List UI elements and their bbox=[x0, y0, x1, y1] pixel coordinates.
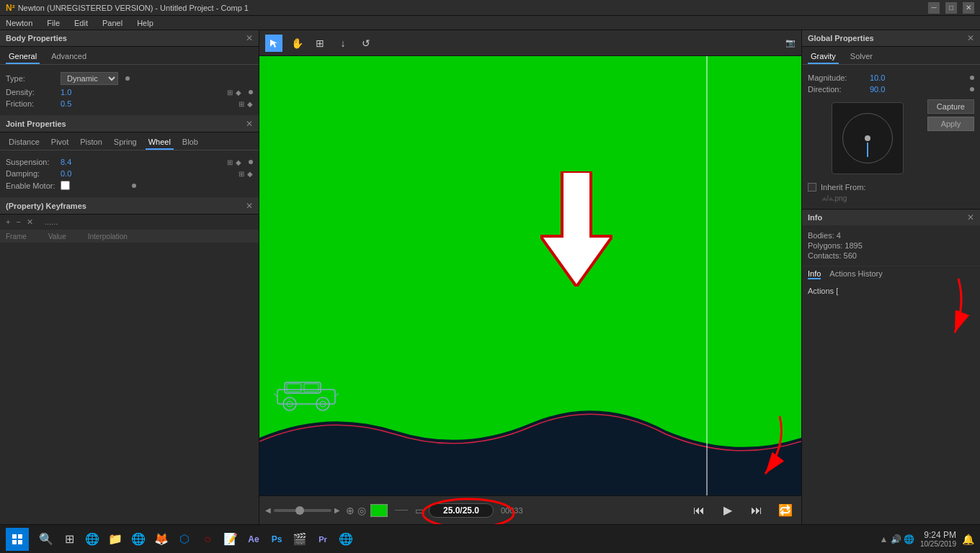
zoom-in-icon[interactable]: ▶ bbox=[334, 506, 340, 514]
tab-blob[interactable]: Blob bbox=[179, 135, 201, 150]
dial-arrow bbox=[867, 143, 868, 157]
close-button[interactable]: ✕ bbox=[963, 2, 974, 14]
color-swatch[interactable] bbox=[370, 504, 388, 517]
menu-help[interactable]: Help bbox=[134, 17, 156, 29]
body-properties-close[interactable]: ✕ bbox=[246, 33, 253, 43]
motor-dot[interactable] bbox=[132, 184, 136, 188]
taskbar-ie[interactable]: 🌐 bbox=[128, 529, 148, 549]
menu-newton[interactable]: Newton bbox=[3, 17, 35, 29]
damping-icon[interactable]: ⊞ bbox=[239, 170, 244, 178]
tab-solver[interactable]: Solver bbox=[847, 50, 876, 64]
viewport[interactable] bbox=[259, 56, 801, 495]
menu-file[interactable]: File bbox=[44, 17, 63, 29]
tab-general[interactable]: General bbox=[6, 50, 40, 64]
zoom-thumb bbox=[295, 506, 304, 515]
time-display[interactable]: 25.0/25.0 bbox=[429, 503, 494, 518]
zoom-out-icon[interactable]: ◀ bbox=[265, 506, 271, 514]
taskbar-edge2[interactable]: ⬡ bbox=[174, 529, 195, 549]
friction-link-icon[interactable]: ⊞ bbox=[239, 100, 244, 108]
rect-icon[interactable]: ▭ bbox=[415, 505, 424, 516]
kf-remove-btn[interactable]: − bbox=[16, 217, 20, 227]
tab-piston[interactable]: Piston bbox=[77, 135, 105, 150]
suspension-icon[interactable]: ⊞ bbox=[227, 158, 233, 166]
grid-tool[interactable]: ⊞ bbox=[311, 35, 329, 52]
maximize-button[interactable]: □ bbox=[945, 2, 957, 14]
inherit-checkbox[interactable] bbox=[808, 183, 816, 192]
damping-dot-icon[interactable]: ◆ bbox=[247, 170, 253, 178]
info-tab-info[interactable]: Info bbox=[808, 269, 821, 279]
svg-rect-3 bbox=[304, 384, 318, 392]
menu-edit[interactable]: Edit bbox=[71, 17, 91, 29]
taskbar-opera[interactable]: ○ bbox=[197, 529, 218, 549]
enable-motor-row: Enable Motor: bbox=[6, 181, 253, 190]
start-button[interactable] bbox=[6, 528, 29, 551]
taskbar-edge[interactable]: 🌐 bbox=[82, 529, 102, 549]
taskbar-folder[interactable]: 📁 bbox=[105, 529, 125, 549]
direction-dot[interactable] bbox=[970, 87, 974, 91]
move-down-tool[interactable]: ↓ bbox=[334, 35, 352, 52]
taskbar-search[interactable]: 🔍 bbox=[36, 529, 56, 549]
kf-add-btn[interactable]: + bbox=[6, 217, 10, 227]
info-tab-actions[interactable]: Actions History bbox=[829, 269, 882, 279]
tab-pivot[interactable]: Pivot bbox=[48, 135, 71, 150]
frame-advance-btn[interactable]: ⏭ bbox=[747, 500, 767, 521]
select-tool[interactable] bbox=[265, 35, 282, 52]
rewind-btn[interactable]: ⏮ bbox=[689, 500, 709, 521]
type-keyframe-dot[interactable] bbox=[125, 76, 130, 81]
capture-button[interactable]: Capture bbox=[927, 99, 974, 114]
polygons-count: Polygons: 1895 bbox=[808, 241, 974, 250]
notification-icon[interactable]: 🔔 bbox=[962, 534, 974, 545]
direction-value[interactable]: 90.0 bbox=[870, 85, 885, 94]
tab-advanced[interactable]: Advanced bbox=[48, 50, 89, 64]
global-properties-content: Magnitude: 10.0 Direction: 90.0 Captu bbox=[802, 65, 980, 209]
rotate-tool[interactable]: ↺ bbox=[357, 35, 375, 52]
minimize-button[interactable]: ─ bbox=[928, 2, 940, 14]
kf-col-interp: Interpolation bbox=[88, 233, 128, 240]
taskbar-ps[interactable]: Ps bbox=[267, 529, 287, 549]
tab-spring[interactable]: Spring bbox=[111, 135, 140, 150]
tab-wheel[interactable]: Wheel bbox=[146, 135, 174, 150]
friction-value[interactable]: 0.5 bbox=[61, 99, 71, 108]
kf-clear-btn[interactable]: ✕ bbox=[27, 217, 33, 227]
camera-icon[interactable]: 📷 bbox=[785, 38, 796, 48]
body-properties-tabs: General Advanced bbox=[0, 47, 259, 65]
type-select[interactable]: Dynamic Static bbox=[61, 72, 118, 85]
taskbar-task-view[interactable]: ⊞ bbox=[59, 529, 79, 549]
play-btn[interactable]: ▶ bbox=[718, 500, 738, 521]
friction-reset-icon[interactable]: ◆ bbox=[247, 100, 253, 108]
keyframes-close[interactable]: ✕ bbox=[246, 201, 253, 211]
zoom-fit2-icon[interactable]: ◎ bbox=[357, 505, 366, 516]
taskbar-mg[interactable]: 🎬 bbox=[290, 529, 310, 549]
info-close[interactable]: ✕ bbox=[967, 212, 974, 222]
suspension-dot-icon[interactable]: ◆ bbox=[236, 158, 241, 166]
damping-value[interactable]: 0.0 bbox=[61, 169, 71, 178]
enable-motor-checkbox[interactable] bbox=[61, 181, 70, 190]
taskbar-ae[interactable]: Ae bbox=[244, 529, 264, 549]
apply-button[interactable]: Apply bbox=[927, 117, 974, 131]
hand-tool[interactable]: ✋ bbox=[288, 35, 306, 52]
magnitude-value[interactable]: 10.0 bbox=[870, 73, 885, 82]
joint-properties-close[interactable]: ✕ bbox=[246, 119, 253, 129]
tab-distance[interactable]: Distance bbox=[6, 135, 43, 150]
loop-btn[interactable]: 🔁 bbox=[775, 500, 796, 521]
tab-gravity[interactable]: Gravity bbox=[808, 50, 839, 64]
global-properties-close[interactable]: ✕ bbox=[967, 33, 974, 43]
zoom-controls: ◀ ▶ ⊕ ◎ bbox=[265, 505, 366, 516]
menu-bar: Newton File Edit Panel Help bbox=[0, 16, 980, 30]
density-value[interactable]: 1.0 bbox=[61, 88, 71, 96]
zoom-track[interactable] bbox=[274, 509, 331, 512]
suspension-value[interactable]: 8.4 bbox=[61, 158, 71, 166]
menu-panel[interactable]: Panel bbox=[99, 17, 125, 29]
magnitude-dot[interactable] bbox=[970, 76, 974, 80]
density-reset-icon[interactable]: ◆ bbox=[236, 89, 241, 96]
taskbar-browser[interactable]: 🌐 bbox=[336, 529, 356, 549]
zoom-fit-icon[interactable]: ⊕ bbox=[346, 505, 355, 516]
gravity-dial[interactable] bbox=[832, 102, 904, 174]
suspension-dot[interactable] bbox=[249, 160, 253, 164]
taskbar-pr[interactable]: Pr bbox=[313, 529, 333, 549]
taskbar-notes[interactable]: 📝 bbox=[220, 529, 241, 549]
density-dot[interactable] bbox=[249, 90, 253, 94]
density-link-icon[interactable]: ⊞ bbox=[227, 89, 233, 96]
taskbar-firefox[interactable]: 🦊 bbox=[151, 529, 172, 549]
title-controls[interactable]: ─ □ ✕ bbox=[928, 2, 974, 14]
